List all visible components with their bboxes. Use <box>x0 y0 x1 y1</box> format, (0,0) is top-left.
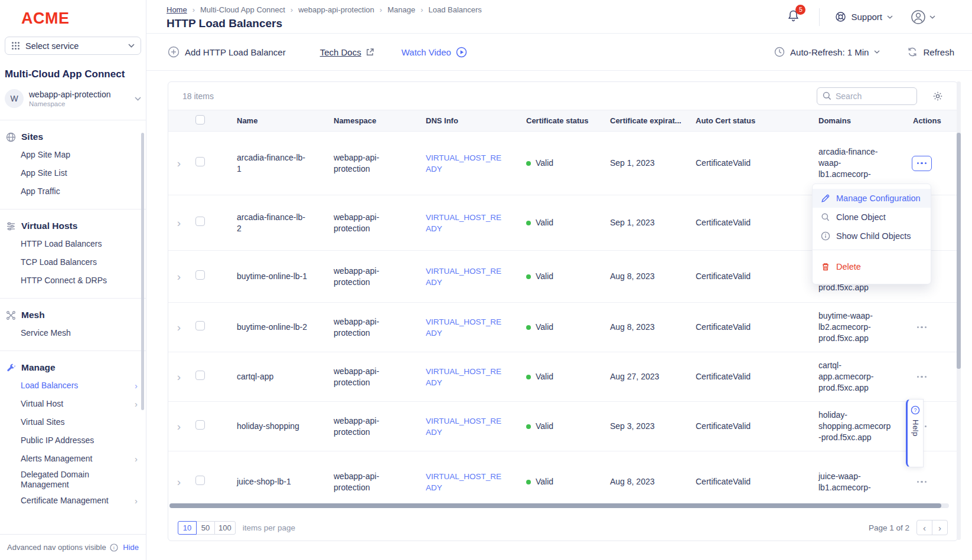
items-count: 18 items <box>182 91 214 101</box>
cell-auto-cert-status: CertificateValid <box>690 322 813 333</box>
refresh-button[interactable]: Refresh <box>907 47 954 57</box>
support-menu[interactable]: Support <box>835 11 893 22</box>
expand-row-icon[interactable]: › <box>177 273 181 281</box>
select-all-checkbox[interactable] <box>195 115 205 125</box>
row-checkbox[interactable] <box>195 371 205 380</box>
row-actions-button[interactable] <box>912 369 932 385</box>
add-http-load-balancer-button[interactable]: Add HTTP Load Balancer <box>168 46 286 58</box>
page-size-10[interactable]: 10 <box>178 521 197 535</box>
cell-auto-cert-status: CertificateValid <box>690 271 813 282</box>
nav-section-title: Manage <box>21 362 56 373</box>
vertical-scrollbar[interactable] <box>957 81 961 540</box>
page-size-50[interactable]: 50 <box>196 521 215 535</box>
sidebar-item-virtual-sites[interactable]: Virtual Sites <box>0 413 146 431</box>
cell-cert-status: Valid <box>536 371 553 382</box>
expand-row-icon[interactable]: › <box>177 373 181 381</box>
row-actions-menu: Manage Configuration Clone Object Show C… <box>812 184 931 284</box>
nav-section-virtual-hosts: Virtual Hosts HTTP Load Balancers TCP Lo… <box>0 209 146 298</box>
menu-item-show-child-objects[interactable]: Show Child Objects <box>813 227 931 245</box>
sidebar-item-app-site-list[interactable]: App Site List <box>0 164 146 182</box>
expand-row-icon[interactable]: › <box>177 323 181 332</box>
sidebar-item-http-load-balancers[interactable]: HTTP Load Balancers <box>0 235 146 253</box>
row-checkbox[interactable] <box>195 476 205 485</box>
chevron-down-icon <box>874 50 880 54</box>
dns-info-link[interactable]: VIRTUAL_HOST_RE ADY <box>426 267 501 287</box>
chevron-down-icon <box>929 15 935 19</box>
cell-auto-cert-status: CertificateValid <box>690 217 813 228</box>
sidebar-item-service-mesh[interactable]: Service Mesh <box>0 324 146 342</box>
notifications-button[interactable]: 5 <box>787 9 800 25</box>
dns-info-link[interactable]: VIRTUAL_HOST_RE ADY <box>426 367 501 387</box>
sidebar-item-alerts-management[interactable]: Alerts Management › <box>0 450 146 468</box>
row-checkbox[interactable] <box>195 420 205 430</box>
namespace-selector[interactable]: W webapp-api-protection Namespace <box>5 89 141 108</box>
chevron-right-icon: › <box>135 399 138 409</box>
expand-row-icon[interactable]: › <box>177 159 181 168</box>
status-dot-icon <box>526 274 531 279</box>
row-checkbox[interactable] <box>195 217 205 226</box>
watch-video-link[interactable]: Watch Video <box>402 47 467 58</box>
breadcrumb-item[interactable]: webapp-api-protection <box>298 5 374 14</box>
row-checkbox[interactable] <box>195 270 205 280</box>
expand-row-icon[interactable]: › <box>177 219 181 227</box>
dns-info-link[interactable]: VIRTUAL_HOST_RE ADY <box>426 417 501 437</box>
hide-nav-link[interactable]: Hide <box>123 543 139 552</box>
sidebar-item-certificate-management[interactable]: Certificate Management › <box>0 492 146 510</box>
expand-row-icon[interactable]: › <box>177 478 181 486</box>
row-actions-button[interactable] <box>912 156 932 171</box>
auto-refresh-dropdown[interactable]: Auto-Refresh: 1 Min <box>774 47 880 57</box>
status-dot-icon <box>526 424 531 429</box>
load-balancers-table-card: 18 items Name Namespace DNS Info Certifi… <box>168 81 958 541</box>
cell-auto-cert-status: CertificateValid <box>690 158 813 169</box>
status-dot-icon <box>526 325 531 330</box>
cell-domains: cartql- app.acmecorp- prod.f5xc.app <box>813 360 907 394</box>
table-row: › holiday-shopping webapp-api- protectio… <box>168 402 957 451</box>
dns-info-link[interactable]: VIRTUAL_HOST_RE ADY <box>426 213 501 233</box>
expand-row-icon[interactable]: › <box>177 423 181 431</box>
help-tab[interactable]: ? Help <box>906 399 924 467</box>
sidebar-item-app-site-map[interactable]: App Site Map <box>0 146 146 164</box>
page-size-100[interactable]: 100 <box>214 521 236 535</box>
breadcrumb-item[interactable]: Multi-Cloud App Connect <box>200 5 285 14</box>
search-input[interactable] <box>836 91 911 101</box>
sidebar-item-public-ip-addresses[interactable]: Public IP Addresses <box>0 431 146 450</box>
dns-info-link[interactable]: VIRTUAL_HOST_RE ADY <box>426 472 501 492</box>
menu-item-delete[interactable]: Delete <box>813 257 931 276</box>
table-settings-button[interactable] <box>932 91 943 101</box>
service-selector[interactable]: Select service <box>5 37 141 55</box>
sidebar-item-http-connect-drps[interactable]: HTTP Connect & DRPs <box>0 271 146 290</box>
sidebar-item-app-traffic[interactable]: App Traffic <box>0 182 146 201</box>
row-checkbox[interactable] <box>195 321 205 330</box>
account-menu[interactable] <box>911 9 935 25</box>
info-icon <box>821 231 830 241</box>
mesh-icon <box>6 310 16 320</box>
next-page-button[interactable]: › <box>932 520 948 535</box>
vertical-scrollbar-thumb[interactable] <box>957 133 961 369</box>
tech-docs-link[interactable]: Tech Docs <box>320 47 374 57</box>
menu-item-clone-object[interactable]: Clone Object <box>813 208 931 227</box>
horizontal-scrollbar[interactable] <box>169 503 949 508</box>
cell-cert-expiration: Aug 8, 2023 <box>604 322 690 333</box>
sidebar-item-load-balancers[interactable]: Load Balancers › <box>0 376 146 395</box>
horizontal-scrollbar-thumb[interactable] <box>169 503 941 508</box>
cell-domains: arcadia-finance- waap- lb1.acmecorp- <box>813 146 907 180</box>
sidebar-item-virtual-host[interactable]: Virtual Host › <box>0 395 146 413</box>
menu-item-manage-configuration[interactable]: Manage Configuration <box>813 189 931 208</box>
watch-video-label: Watch Video <box>402 47 451 57</box>
breadcrumb-home[interactable]: Home <box>167 5 187 14</box>
row-actions-button[interactable] <box>912 474 932 490</box>
divider <box>819 8 820 26</box>
sidebar-scrollbar[interactable] <box>141 133 144 410</box>
dns-info-link[interactable]: VIRTUAL_HOST_RE ADY <box>426 153 501 173</box>
row-actions-button[interactable] <box>912 320 932 335</box>
sidebar-item-tcp-load-balancers[interactable]: TCP Load Balancers <box>0 253 146 271</box>
previous-page-button[interactable]: ‹ <box>916 520 932 535</box>
row-checkbox[interactable] <box>195 157 205 166</box>
sidebar-item-delegated-domain-management[interactable]: Delegated Domain Management <box>0 468 146 492</box>
table-row: › cartql-app webapp-api- protection VIRT… <box>168 352 957 402</box>
status-dot-icon <box>526 375 531 379</box>
breadcrumb-item[interactable]: Manage <box>387 5 415 14</box>
cell-auto-cert-status: CertificateValid <box>690 476 813 487</box>
dns-info-link[interactable]: VIRTUAL_HOST_RE ADY <box>426 317 501 338</box>
table-toolbar: 18 items <box>168 82 957 110</box>
